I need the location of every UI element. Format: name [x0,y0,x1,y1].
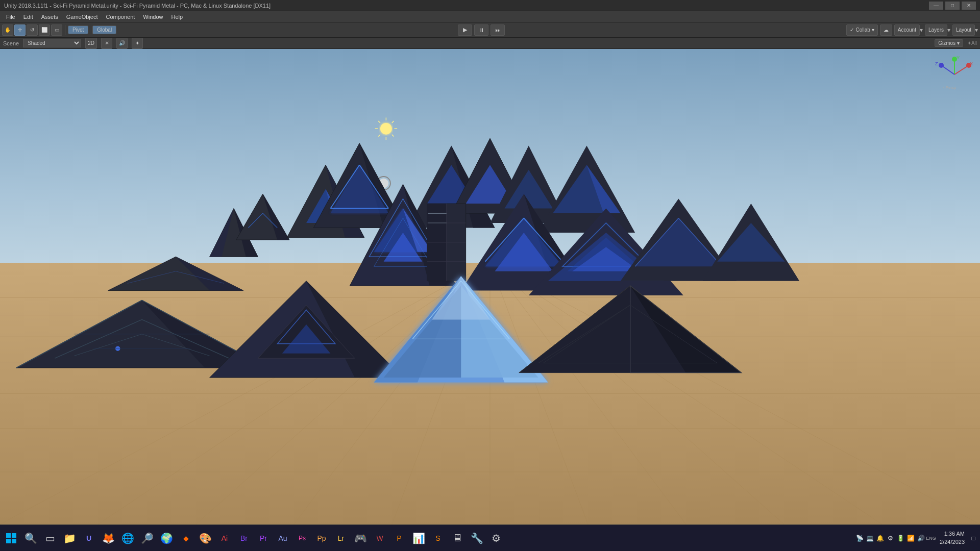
cloud-button[interactable]: ☁ [880,24,892,36]
separator-1 [65,25,65,35]
main-toolbar: ✋ ✛ ↺ ⬜ ▭ Pivot Global ▶ ⏸ ⏭ ✓ Collab ▾ … [0,22,980,38]
app11-icon[interactable]: Au [274,529,292,547]
tray-icon-2[interactable]: 💻 [865,534,874,543]
tray-icon-3[interactable]: 🔔 [875,534,885,543]
tray-icon-5[interactable]: 🔋 [896,534,905,543]
taskview-button[interactable]: ▭ [41,529,59,547]
app14-icon[interactable]: Lr [332,529,350,547]
scene-main-svg [0,49,980,524]
app20-icon[interactable]: 🖥 [448,529,467,547]
pyramid-distant-right-2 [703,204,799,281]
app18-icon[interactable]: 📊 [409,529,428,547]
search-taskbar[interactable]: 🔍 [21,529,40,547]
menu-file[interactable]: File [2,13,19,21]
app13-icon[interactable]: Pp [312,529,331,547]
app4-icon[interactable]: 🔎 [138,529,156,547]
lighting-toggle[interactable]: ☀ [101,38,112,49]
file-explorer-icon[interactable]: 📁 [60,529,79,547]
action-center-icon[interactable]: □ [969,534,978,543]
sun-circle [380,123,392,135]
layout-dropdown-icon: ▾ [975,27,978,34]
menu-help[interactable]: Help [167,13,187,21]
tray-icon-input[interactable]: ENG [926,534,936,543]
pyramid-front-blue-main [374,276,548,382]
2d-toggle[interactable]: 2D [85,38,97,49]
app17-icon[interactable]: P [390,529,408,547]
menu-gameobject[interactable]: GameObject [62,13,102,21]
app21-icon[interactable]: 🔧 [468,529,486,547]
toolbar-right: ✓ Collab ▾ ☁ Account ▾ Layers ▾ Layout ▾ [846,24,978,36]
start-button[interactable] [2,529,20,547]
app12-icon[interactable]: Ps [293,529,311,547]
svg-rect-138 [6,533,11,538]
pyramid-front-right-dark [519,286,742,372]
app19-icon[interactable]: S [429,529,447,547]
app5-icon[interactable]: 🌍 [157,529,176,547]
scale-tool[interactable]: ⬜ [39,24,50,36]
step-button[interactable]: ⏭ [491,24,505,36]
menu-edit[interactable]: Edit [19,13,37,21]
collab-button[interactable]: ✓ Collab ▾ [846,24,877,36]
app10-icon[interactable]: Pr [254,529,273,547]
menu-window[interactable]: Window [139,13,167,21]
app16-icon[interactable]: W [371,529,389,547]
global-button[interactable]: Global [93,26,116,34]
effects-toggle[interactable]: ✦ [132,38,143,49]
pivot-global-toggle: Pivot [68,26,88,34]
pyramid-far-right-back [538,145,635,232]
minimize-button[interactable]: — [929,2,943,10]
layout-button[interactable]: Layout [952,24,975,36]
audio-toggle[interactable]: 🔊 [116,38,128,49]
firefox-icon[interactable]: 🦊 [99,529,117,547]
pyramid-mid-left-flat [108,257,243,290]
svg-line-24 [392,135,394,137]
hand-tool[interactable]: ✋ [2,24,13,36]
collab-check: ✓ [850,27,854,33]
pyramid-back-left-2 [236,194,289,240]
layers-button[interactable]: Layers [925,24,947,36]
app8-icon[interactable]: Ai [215,529,234,547]
pause-button[interactable]: ⏸ [474,24,488,36]
layers-dropdown-icon: ▾ [947,27,950,34]
svg-line-25 [392,121,394,123]
gizmos-button[interactable]: Gizmos ▾ [935,39,963,47]
system-tray: 📡 💻 🔔 ⚙ 🔋 📶 🔊 ENG 1:36 AM 2/24/2023 □ [855,530,978,546]
svg-line-23 [378,121,380,123]
local-global-toggle: Global [92,26,116,34]
chrome-icon[interactable]: 🌐 [118,529,137,547]
pyramid-front-center-left [210,281,403,378]
app22-icon[interactable]: ⚙ [487,529,505,547]
menu-component[interactable]: Component [102,13,139,21]
rotate-tool[interactable]: ↺ [27,24,38,36]
unity-icon[interactable]: U [80,529,98,547]
tray-icon-7[interactable]: 🔊 [916,534,925,543]
play-controls: ▶ ⏸ ⏭ [117,24,845,36]
scene-viewport[interactable]: Y X Z <Persp [0,49,980,524]
menu-bar: File Edit Assets GameObject Component Wi… [0,11,980,22]
move-tool[interactable]: ✛ [14,24,26,36]
scene-label: Scene [3,40,19,46]
app7-icon[interactable]: 🎨 [196,529,214,547]
account-dropdown-icon: ▾ [920,27,923,34]
collab-label: Collab [855,27,870,33]
system-clock[interactable]: 1:36 AM 2/24/2023 [937,530,968,546]
svg-rect-140 [6,539,11,543]
pyramid-center-tower [427,204,466,281]
rect-tool[interactable]: ▭ [51,24,62,36]
tray-icon-6[interactable]: 📶 [906,534,915,543]
tray-icon-4[interactable]: ⚙ [886,534,895,543]
collab-dropdown-icon: ▾ [872,27,874,33]
app15-icon[interactable]: 🎮 [351,529,370,547]
play-button[interactable]: ▶ [458,24,472,36]
account-button[interactable]: Account [894,24,920,36]
tray-icon-1[interactable]: 📡 [855,534,864,543]
pivot-button[interactable]: Pivot [68,26,88,34]
scene-bar: Scene Shaded Wireframe Shaded Wireframe … [0,38,980,49]
svg-rect-139 [12,533,16,538]
menu-assets[interactable]: Assets [37,13,62,21]
shading-dropdown[interactable]: Shaded Wireframe Shaded Wireframe [23,39,81,47]
app9-icon[interactable]: Br [235,529,253,547]
app6-icon[interactable]: ◆ [177,529,195,547]
close-button[interactable]: ✕ [962,2,976,10]
maximize-button[interactable]: □ [945,2,960,10]
